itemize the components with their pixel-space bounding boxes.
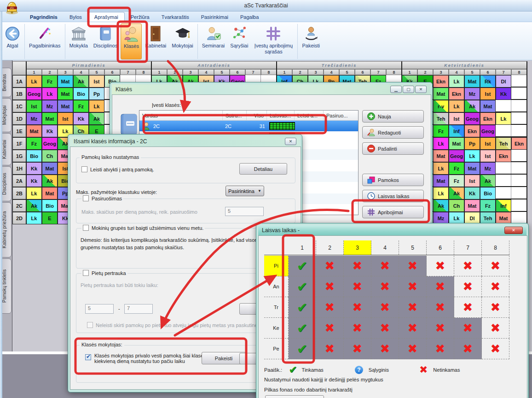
availability-cell-ke-4[interactable]: ✖: [371, 318, 399, 339]
timetable-cell[interactable]: Ak: [73, 75, 89, 88]
timetable-cell[interactable]: Ist: [464, 175, 480, 187]
timetable-cell[interactable]: Ak: [42, 175, 58, 187]
timetable-cell[interactable]: Lk: [433, 187, 449, 199]
side-button-laisvas-laikas[interactable]: Laisvas laikas: [362, 190, 424, 202]
timetable-cell[interactable]: Mat: [449, 137, 464, 150]
timetable-cell[interactable]: Lk: [433, 137, 449, 150]
availability-cell-an-8[interactable]: ✖: [482, 276, 509, 297]
period-column-header-7[interactable]: 7: [454, 240, 482, 255]
availability-cell-tr-6[interactable]: ✖: [427, 297, 454, 318]
period-column-header-6[interactable]: 6: [427, 240, 454, 255]
checkbox-pasiruosimas[interactable]: Pasiruošimas: [81, 195, 123, 201]
period-column-header-8[interactable]: 8: [482, 240, 509, 255]
side-button-pašalinti[interactable]: Pašalinti: [362, 142, 424, 155]
pietu-from-input[interactable]: 5: [85, 304, 114, 314]
timetable-cell[interactable]: Mat: [433, 150, 449, 162]
availability-cell-an-6[interactable]: ✖: [427, 276, 454, 297]
sidebar-tab-bendras[interactable]: Bendras: [1, 68, 12, 97]
maximize-icon[interactable]: ▢: [403, 86, 414, 93]
side-button-nauja[interactable]: Nauja: [362, 110, 424, 123]
timetable-cell[interactable]: Ist: [89, 75, 104, 88]
availability-cell-tr-2[interactable]: ✖: [316, 297, 344, 318]
timetable-cell[interactable]: Kk: [42, 125, 58, 137]
availability-cell-an-1[interactable]: ✔: [289, 276, 316, 297]
ribbon-button-atgal[interactable]: Atgal: [2, 23, 23, 59]
checkbox-box[interactable]: [85, 354, 91, 360]
dialog-issami-titlebar[interactable]: Išsami klasės informacija - 2C ✕: [70, 136, 300, 146]
asc-bell-icon[interactable]: aSc: [4, 0, 21, 15]
availability-cell-pi-8[interactable]: ✖: [482, 256, 509, 276]
timetable-cell[interactable]: r-v: [433, 100, 449, 112]
timetable-cell[interactable]: Ch: [449, 199, 464, 212]
period-column-header-4[interactable]: 4: [371, 240, 399, 255]
timetable-cell[interactable]: Lk: [89, 100, 104, 112]
ribbon-button-pagalbininkas[interactable]: Pagalbininkas: [27, 23, 63, 59]
timetable-cell[interactable]: Geog: [26, 88, 42, 100]
availability-cell-pe-5[interactable]: ✖: [399, 339, 427, 359]
minimize-icon[interactable]: ▁: [390, 86, 402, 93]
side-button-apribojimai[interactable]: Apribojimai: [362, 206, 424, 218]
period-column-header-2[interactable]: 2: [316, 240, 344, 255]
timetable-cell[interactable]: Ist: [480, 88, 496, 100]
column-header-2[interactable]: Sutru...: [223, 111, 247, 121]
timetable-cell[interactable]: Mz: [480, 162, 496, 175]
timetable-cell[interactable]: Ist: [58, 112, 73, 125]
availability-cell-tr-1[interactable]: ✔: [289, 297, 316, 318]
availability-cell-pe-6[interactable]: ✖: [427, 339, 454, 359]
pietu-to-input[interactable]: 7: [124, 304, 153, 314]
ribbon-button-mokytojai[interactable]: Mokytojai: [169, 23, 195, 59]
timetable-cell[interactable]: Mat: [58, 75, 73, 88]
availability-cell-tr-7[interactable]: ✖: [454, 297, 482, 318]
timetable-cell[interactable]: Mat: [42, 187, 58, 199]
availability-cell-ke-1[interactable]: ✔: [289, 318, 316, 339]
menu-item-tvarkaraštis[interactable]: Tvarkaraštis: [156, 12, 195, 22]
checkbox-box[interactable]: [83, 195, 89, 201]
timetable-cell[interactable]: Ekn: [433, 75, 449, 88]
checkbox-pietu-pertrauka[interactable]: Pietų pertrauka: [81, 270, 127, 276]
ribbon-button-įvestų-apribojimų-sąrašas[interactable]: Įvestų apribojimų sąrašas: [251, 23, 295, 59]
availability-cell-pe-3[interactable]: ✖: [344, 339, 371, 359]
close-icon[interactable]: ✕: [504, 227, 523, 234]
pasirinktina-combobox[interactable]: Pasirinktina ▼: [226, 186, 264, 196]
timetable-cell[interactable]: Mz: [464, 88, 480, 100]
day-row-label-pe[interactable]: Pe: [264, 339, 289, 359]
checkbox-mokiniu-grupes[interactable]: Mokinių grupės turi baigti užsiėmimus vi…: [81, 225, 205, 231]
column-header-6[interactable]: Pasiruo...: [324, 111, 359, 121]
timetable-cell[interactable]: Ekn: [496, 150, 511, 162]
ribbon-button-disciplinos[interactable]: Disciplinos: [91, 23, 120, 59]
period-column-header-1[interactable]: 1: [289, 240, 316, 255]
timetable-cell[interactable]: Dl: [464, 212, 480, 224]
timetable-cell[interactable]: Mz: [433, 212, 449, 224]
menu-item-pagalba[interactable]: Pagalba: [234, 12, 265, 22]
timetable-cell[interactable]: Mat: [58, 100, 73, 112]
day-row-label-an[interactable]: An: [264, 276, 289, 297]
period-column-header-3[interactable]: 3: [344, 240, 371, 255]
availability-cell-pe-4[interactable]: ✖: [371, 339, 399, 359]
sidebar-tab-disciplinos[interactable]: Disciplinos: [1, 166, 12, 201]
timetable-cell[interactable]: Fz: [449, 162, 464, 175]
availability-cell-an-2[interactable]: ✖: [316, 276, 344, 297]
availability-cell-tr-8[interactable]: ✖: [482, 297, 509, 318]
timetable-cell[interactable]: Kk: [496, 88, 511, 100]
availability-cell-pe-8[interactable]: ✖: [482, 339, 509, 359]
timetable-cell[interactable]: Teh: [480, 212, 496, 224]
timetable-cell[interactable]: Kk: [26, 162, 42, 175]
availability-cell-ke-2[interactable]: ✖: [316, 318, 344, 339]
menu-item-aprašymai[interactable]: Aprašymai: [88, 12, 125, 22]
checkbox-klases-mokytojas[interactable]: Klasės mokytojas privalo vesti pamoką ši…: [85, 353, 205, 364]
availability-cell-pe-2[interactable]: ✖: [316, 339, 344, 359]
checkbox-box[interactable]: [83, 270, 89, 276]
menu-item-bylos[interactable]: Bylos: [64, 12, 88, 22]
timetable-cell[interactable]: Teh: [496, 137, 511, 150]
sidebar-tab-kabinetai[interactable]: Kabinetai: [1, 133, 12, 165]
timetable-cell[interactable]: Fz: [480, 199, 496, 212]
availability-cell-pe-1[interactable]: ✔: [289, 339, 316, 359]
timetable-cell[interactable]: Dl: [496, 75, 511, 88]
timetable-cell[interactable]: Fz: [73, 100, 89, 112]
timetable-cell[interactable]: Geog: [42, 137, 58, 150]
timetable-cell[interactable]: Fz: [42, 75, 58, 88]
availability-cell-pi-6[interactable]: ✖: [427, 256, 454, 276]
timetable-cell[interactable]: Kk: [26, 175, 42, 187]
availability-cell-ke-3[interactable]: ✖: [344, 318, 371, 339]
availability-cell-pi-7[interactable]: ✖: [454, 256, 482, 276]
